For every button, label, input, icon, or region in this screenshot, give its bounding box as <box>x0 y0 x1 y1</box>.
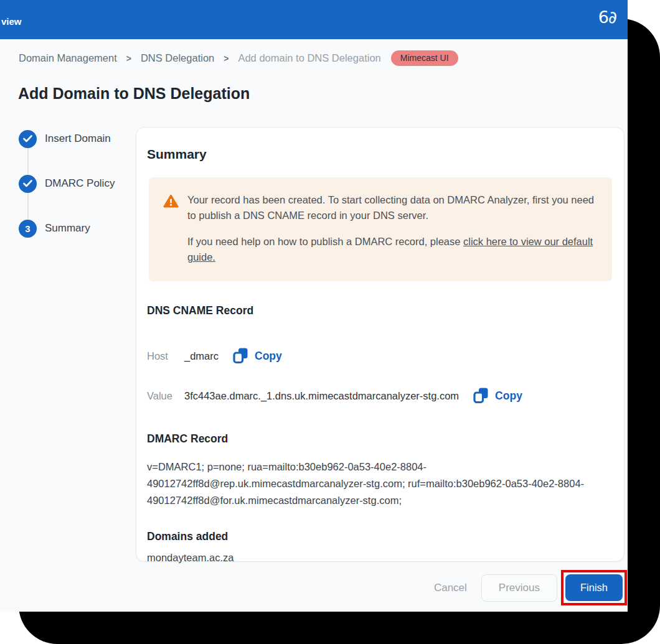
copy-icon <box>473 388 489 404</box>
step-label: Insert Domain <box>45 133 111 145</box>
warning-alert-text: Your record has been created. To start c… <box>187 192 595 265</box>
finish-highlight-annotation: Finish <box>561 570 627 605</box>
host-label: Host <box>147 350 174 362</box>
breadcrumb-domain-management[interactable]: Domain Management <box>19 52 117 64</box>
value-label: Value <box>147 390 174 402</box>
breadcrumb-dns-delegation[interactable]: DNS Delegation <box>141 52 214 64</box>
check-icon <box>19 175 37 193</box>
top-navigation-bar: view 6∂ <box>0 0 628 39</box>
copy-icon <box>233 348 248 364</box>
dmarc-record-text: v=DMARC1; p=none; rua=mailto:b30eb962-0a… <box>147 459 608 509</box>
step-summary[interactable]: 3 Summary <box>19 219 134 238</box>
alert-paragraph-2: If you need help on how to publish a DMA… <box>187 234 595 265</box>
step-number-badge: 3 <box>19 220 37 238</box>
copy-value-button[interactable]: Copy <box>473 388 522 404</box>
warning-alert: Your record has been created. To start c… <box>149 177 612 281</box>
chevron-right-icon: > <box>224 54 229 63</box>
summary-card: Summary Your record has been created. To… <box>136 127 625 562</box>
card-heading: Summary <box>147 147 610 162</box>
wizard-stepper: Insert Domain DMARC Policy 3 Summary <box>19 129 134 238</box>
host-row: Host _dmarc Copy <box>147 348 610 364</box>
finish-button[interactable]: Finish <box>565 574 623 601</box>
cancel-button[interactable]: Cancel <box>434 582 467 594</box>
topbar-title: view <box>1 16 22 27</box>
check-icon <box>19 130 37 148</box>
warning-triangle-icon <box>163 192 179 265</box>
glasses-icon[interactable]: 6∂ <box>598 7 616 27</box>
step-connector <box>27 148 29 174</box>
value-row: Value 3fc443ae.dmarc._1.dns.uk.mimecastd… <box>147 388 610 404</box>
added-domain: mondayteam.ac.za <box>147 552 610 564</box>
step-label: Summary <box>45 222 90 235</box>
cname-section-heading: DNS CNAME Record <box>147 304 610 317</box>
domains-section-heading: Domains added <box>147 530 610 543</box>
alert-paragraph-1: Your record has been created. To start c… <box>187 192 595 223</box>
copy-button-label: Copy <box>255 350 282 363</box>
chevron-right-icon: > <box>126 54 131 63</box>
app-window: view 6∂ Domain Management > DNS Delegati… <box>0 0 628 612</box>
step-insert-domain[interactable]: Insert Domain <box>19 129 134 148</box>
step-label: DMARC Policy <box>45 177 115 190</box>
breadcrumb: Domain Management > DNS Delegation > Add… <box>19 50 458 66</box>
page-title: Add Domain to DNS Delegation <box>18 85 250 103</box>
copy-host-button[interactable]: Copy <box>233 348 282 364</box>
screenshot-stage: view 6∂ Domain Management > DNS Delegati… <box>0 0 660 644</box>
step-dmarc-policy[interactable]: DMARC Policy <box>19 174 134 193</box>
breadcrumb-add-domain: Add domain to DNS Delegation <box>238 52 380 64</box>
mimecast-ui-badge: Mimecast UI <box>391 50 458 66</box>
dmarc-section-heading: DMARC Record <box>147 432 610 446</box>
cname-value: 3fc443ae.dmarc._1.dns.uk.mimecastdmarcan… <box>184 390 459 402</box>
copy-button-label: Copy <box>495 390 522 403</box>
wizard-footer: Cancel Previous Finish <box>136 570 627 605</box>
host-value: _dmarc <box>184 350 219 362</box>
step-connector <box>27 193 29 219</box>
previous-button[interactable]: Previous <box>481 574 557 602</box>
